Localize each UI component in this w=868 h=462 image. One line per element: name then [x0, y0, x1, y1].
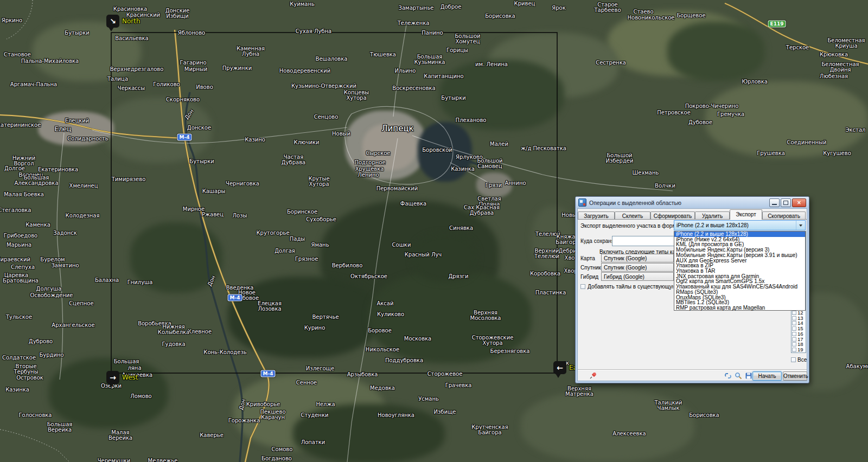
map-label: Волчки [655, 183, 675, 189]
map-label: Дрязги [448, 274, 468, 279]
map-label: Усмань [418, 396, 439, 402]
save-to-input[interactable] [612, 236, 677, 246]
map-label: Октябрьское [350, 274, 387, 279]
format-option[interactable]: Ogf2 карта для SmartComGPS 1.5x [674, 279, 805, 284]
link-icon[interactable] [724, 372, 732, 380]
format-option[interactable]: RMP растровая карта для Magellan [674, 305, 805, 311]
format-option[interactable]: AUX для GeoExpress Server [674, 258, 805, 264]
road-badge-m4: М-4 [228, 294, 242, 301]
map-label: Частая Дубрава [282, 155, 305, 165]
zoom-level-checkbox[interactable] [792, 342, 796, 347]
map-type-combobox[interactable]: Спутник (Google) [601, 254, 674, 262]
format-option[interactable]: OruxMaps (SQLite3) [674, 295, 805, 300]
format-option[interactable]: Мобильные Яндекс.Карты (версия 3.91 и вы… [674, 253, 805, 258]
map-label: Пады [290, 236, 305, 242]
map-label: Аргамач-Пальна [10, 82, 57, 87]
map-label: им. Ленина [475, 62, 508, 67]
tab-export[interactable]: Экспорт [730, 209, 762, 220]
minimize-button[interactable] [769, 198, 780, 207]
map-label: Алексеевка [612, 431, 646, 437]
append-tiles-checkbox[interactable] [580, 284, 585, 289]
format-option[interactable]: iPhone (Ниже v2.2 64x64) [674, 237, 805, 242]
dialog-titlebar[interactable]: Операции с выделенной областью × [576, 197, 809, 208]
map-label: Верхняя Матренка [565, 386, 593, 397]
all-zooms-checkbox[interactable] [791, 357, 796, 362]
cancel-button[interactable]: Отменить [783, 371, 807, 381]
map-label: Большая Верейка [47, 422, 73, 433]
format-option[interactable]: Упаковка в TAR [674, 268, 805, 274]
map-type-combobox[interactable]: Спутник (Google) [601, 263, 674, 272]
format-option[interactable]: Упакованный кэш для SAS4WinCE/SAS4Androi… [674, 284, 805, 290]
zoom-level-checkbox[interactable] [792, 348, 796, 352]
map-label: Тюшевка [370, 52, 396, 57]
pushpin-icon[interactable] [590, 371, 597, 379]
map-label: Ярок [552, 5, 565, 11]
map-label: Крюковка [820, 52, 848, 57]
close-button[interactable]: × [792, 198, 806, 207]
map-label: Солдатское [2, 355, 36, 361]
map-label: Ломово [130, 394, 151, 399]
map-label: Богданово [261, 456, 292, 461]
save-icon[interactable] [745, 372, 752, 380]
map-label: Пекшево Карачун [260, 409, 285, 420]
tab-item-0[interactable]: Загрузить [578, 211, 615, 220]
map-label: Талица [107, 76, 128, 82]
map-label: Яблоново [178, 30, 205, 36]
map-label: Соединенный [787, 140, 827, 145]
zoom-level-checkbox[interactable] [792, 332, 796, 336]
format-option[interactable]: MBTiles 1.2 (SQLite3) [674, 300, 805, 305]
map-label: Мираевский [0, 257, 30, 262]
map-label: Солидарность [67, 136, 108, 142]
map-label: Большой Хомутец [455, 34, 480, 44]
export-format-combobox[interactable]: iPhone (2.2 и выше 128x128) [674, 220, 806, 230]
combobox-dropdown-button[interactable] [796, 221, 805, 230]
placemark-north[interactable]: ↘ North [106, 15, 119, 28]
map-label: Пальна-Михайловка [21, 59, 79, 64]
tab-item-5[interactable]: Скопировать [762, 211, 806, 220]
map-label: Елец [55, 126, 72, 132]
placemark-east[interactable]: ← Ea [553, 361, 566, 374]
map-label: Куймань [290, 2, 315, 7]
placemark-west-arrow-icon: → [106, 371, 119, 384]
zoom-level-checkbox[interactable] [792, 326, 796, 331]
map-label: Дуброво [29, 339, 53, 344]
map-label: Гудовка [162, 342, 185, 347]
format-option[interactable]: KML (Для просмотра в GE) [674, 242, 805, 247]
map-label: Большая [114, 359, 139, 364]
zoom-level-checkbox[interactable] [792, 321, 796, 325]
map-label: Становое [4, 52, 31, 57]
map-label: Бутырки [189, 159, 214, 164]
dialog-client-area: ЗагрузитьСклеитьСформироватьУдалитьЭкспо… [577, 208, 807, 381]
format-option[interactable]: RMaps (SQLite3) [674, 290, 805, 295]
dialog-tabs: ЗагрузитьСклеитьСформироватьУдалитьЭкспо… [578, 209, 807, 220]
tab-item-1[interactable]: Склеить [615, 211, 650, 220]
magnifier-icon[interactable] [735, 372, 742, 380]
zoom-level-checkbox[interactable] [792, 337, 796, 342]
start-button[interactable]: Начать [752, 371, 782, 381]
format-option[interactable]: iPhone (2.2 и выше 128x128) [674, 232, 805, 237]
all-zooms-row: Все [791, 357, 807, 363]
format-option[interactable]: Упаковка в ZIP [674, 263, 805, 268]
map-label: Замятино [51, 263, 79, 268]
map-label: Долгое [4, 166, 25, 171]
map-label: Крутогорье [256, 230, 289, 236]
tab-item-2[interactable]: Сформировать [650, 211, 695, 220]
map-label: Грязи [486, 183, 502, 188]
map-label: Марьина [7, 242, 31, 248]
map-label: Казинка [5, 387, 29, 393]
format-option[interactable]: JNX растровая карта для Garmin [674, 274, 805, 279]
zoom-level-checkbox[interactable] [792, 316, 796, 320]
zoom-level-checkbox[interactable] [792, 311, 796, 315]
map-label: Каменка [25, 222, 50, 228]
tab-item-3[interactable]: Удалить [695, 211, 730, 220]
map-label: Горожанка [228, 418, 260, 424]
map-label: Беломестная Двойня [821, 62, 859, 73]
map-label: Черниговка [226, 181, 259, 187]
map-type-combobox[interactable]: Гибрид (Google) [601, 272, 674, 281]
zoom-level-row[interactable]: 20 [792, 352, 803, 353]
map-label: Сошки [392, 242, 411, 248]
maximize-button[interactable] [781, 198, 791, 207]
format-option[interactable]: Мобильные Яндекс.Карты (версия 3) [674, 247, 805, 253]
map-label: Тимирязево [112, 177, 146, 182]
placemark-west[interactable]: → West [106, 371, 119, 384]
